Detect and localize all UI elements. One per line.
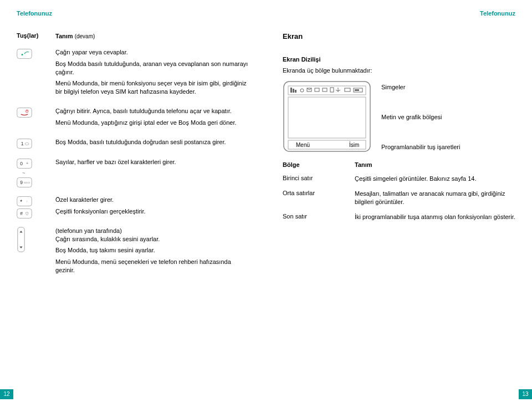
softkey-name-label: İsim	[349, 141, 359, 148]
desc-text: (telefonun yan tarafında) Çağrı sırasınd…	[55, 227, 249, 243]
col-header-desc: Tanım	[55, 33, 73, 39]
page-number-right: 13	[519, 389, 532, 399]
zero-key-icon: 0+	[17, 158, 32, 169]
desc-text: Menü Modunda, bir menü fonksiyonu seçer …	[55, 79, 249, 96]
svg-text:↑: ↑	[26, 200, 28, 203]
area-cell: Birinci satır	[283, 175, 355, 183]
label-icons: Simgeler	[381, 84, 460, 91]
svg-rect-22	[293, 89, 294, 93]
hash-key-icon: #	[17, 208, 32, 219]
area-cell: Orta satırlar	[283, 190, 355, 206]
volume-key-icon	[17, 247, 25, 253]
key-row: *↑ # Özel karakterler girer. Çeşitli fon…	[17, 196, 249, 219]
left-header: Telefonunuz	[17, 10, 249, 17]
desc-text: Çeşitli fonksiyonları gerçekleştirir.	[55, 207, 249, 216]
key-row: (telefonun yan tarafında) Çağrı sırasınd…	[17, 227, 249, 278]
area-cell: Son satır	[283, 213, 355, 221]
nine-key-icon: 9WXYZ	[17, 177, 32, 188]
right-page: Telefonunuz Ekran Ekran Dizilişi Ekranda…	[266, 0, 532, 407]
svg-rect-16	[17, 208, 32, 218]
svg-text:WXYZ: WXYZ	[24, 181, 30, 184]
desc-text: Boş Modda basılı tutulduğunda, aranan ve…	[55, 60, 249, 77]
continued-label: (devam)	[75, 33, 95, 39]
table-row: Son satır İki programlanabilir tuşa atan…	[283, 213, 515, 221]
desc-text: Çağrıyı bitirir. Ayrıca, basılı tutulduğ…	[55, 107, 249, 115]
key-row: 1 Boş Modda, basılı tutulduğunda doğruda…	[17, 138, 249, 150]
desc-text: Boş Modda, basılı tutulduğunda doğrudan …	[55, 138, 249, 146]
svg-rect-7	[17, 159, 32, 168]
svg-rect-23	[295, 90, 296, 93]
svg-rect-5	[17, 139, 32, 148]
svg-point-1	[22, 54, 23, 55]
svg-text:*: *	[20, 199, 22, 205]
desc-cell: Çeşitli simgeleri görüntüler. Bakınız sa…	[355, 175, 515, 183]
key-row: Çağrıyı bitirir. Ayrıca, basılı tutulduğ…	[17, 107, 249, 130]
svg-rect-21	[290, 88, 292, 93]
svg-rect-13	[17, 196, 32, 206]
phone-screen-diagram: Menü İsim	[283, 80, 371, 154]
desc-text: Menü Modunda, menü seçenekleri ve telefo…	[55, 258, 249, 274]
label-softkeys: Programlanabilir tuş işaretleri	[381, 144, 460, 151]
svg-rect-2	[17, 108, 32, 118]
end-key-icon	[17, 107, 32, 118]
svg-text:+: +	[26, 161, 28, 165]
col-header-keys: Tuş(lar)	[17, 32, 55, 40]
table-row: Birinci satır Çeşitli simgeleri görüntül…	[283, 175, 515, 183]
page-number-left: 12	[0, 389, 13, 399]
table-header-desc: Tanım	[355, 161, 515, 168]
svg-text:0: 0	[20, 161, 23, 166]
svg-text:1: 1	[21, 141, 24, 146]
desc-text: Menü Modunda, yaptığınız girişi iptal ed…	[55, 119, 249, 127]
table-row: Orta satırlar Mesajları, talimatları ve …	[283, 190, 515, 206]
svg-text:#: #	[20, 211, 23, 216]
desc-text: Sayılar, harfler ve bazı özel karakterle…	[55, 158, 249, 166]
desc-text: Boş Modda, tuş takımı sesini ayarlar.	[55, 246, 249, 255]
softkey-menu-label: Menü	[296, 142, 310, 148]
call-key-icon	[17, 48, 32, 59]
table-header-area: Bölge	[283, 161, 355, 168]
star-key-icon: *↑	[17, 196, 32, 207]
right-header: Telefonunuz	[283, 10, 515, 17]
desc-text: Özel karakterler girer.	[55, 196, 249, 204]
tilde-icon: ~	[17, 170, 55, 176]
desc-cell: İki programlanabilir tuşa atanmış olan f…	[355, 213, 515, 221]
one-key-icon: 1	[17, 138, 32, 149]
svg-rect-31	[355, 89, 359, 91]
layout-title: Ekran Dizilişi	[283, 56, 515, 63]
left-page: Telefonunuz Tuş(lar) Tanım (devam) Çağrı…	[0, 0, 266, 407]
key-row: 0+ ~ 9WXYZ Sayılar, harfler ve bazı özel…	[17, 158, 249, 188]
ekran-title: Ekran	[283, 32, 515, 40]
desc-cell: Mesajları, talimatları ve aranacak numar…	[355, 190, 515, 206]
label-text-area: Metin ve grafik bölgesi	[381, 114, 460, 121]
key-row: Çağrı yapar veya cevaplar. Boş Modda bas…	[17, 48, 249, 99]
desc-text: Çağrı yapar veya cevaplar.	[55, 48, 249, 57]
intro-text: Ekranda üç bölge bulunmaktadır:	[283, 67, 515, 74]
svg-text:9: 9	[20, 180, 23, 185]
